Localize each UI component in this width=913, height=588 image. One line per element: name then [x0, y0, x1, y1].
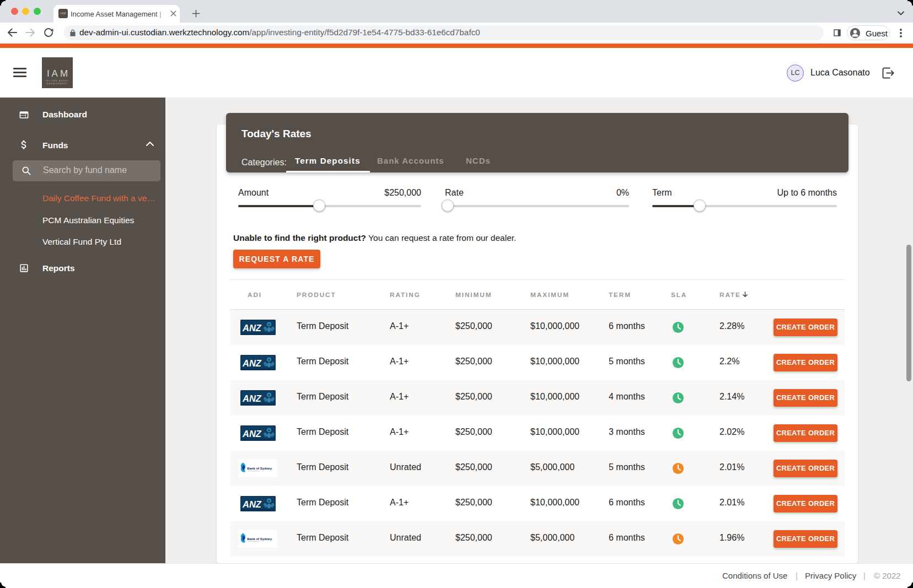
svg-text:ANZ: ANZ: [242, 393, 262, 403]
svg-text:ANZ: ANZ: [242, 323, 262, 333]
svg-text:Bank of Sydney: Bank of Sydney: [247, 537, 272, 541]
svg-text:Bank of Sydney: Bank of Sydney: [247, 467, 272, 470]
svg-text:ANZ: ANZ: [242, 499, 262, 509]
svg-text:ANZ: ANZ: [242, 429, 262, 439]
svg-text:ANZ: ANZ: [242, 358, 262, 368]
